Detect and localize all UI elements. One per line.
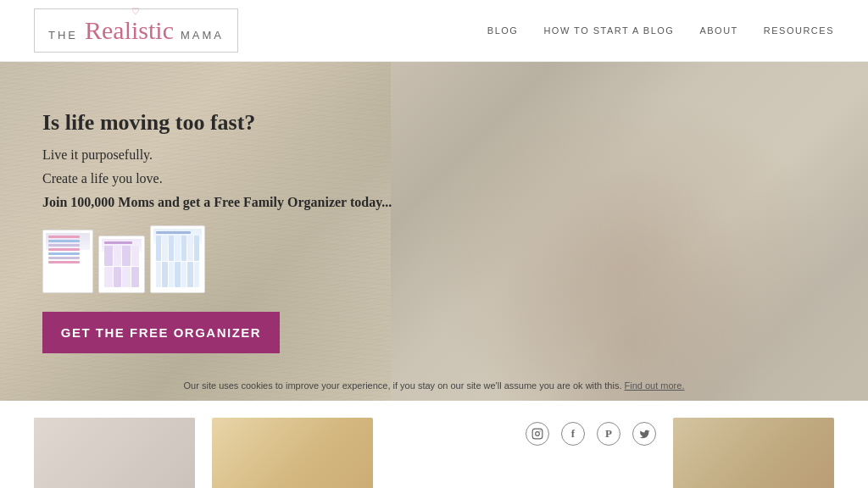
hero-content: Is life moving too fast? Live it purpose…: [0, 85, 434, 379]
pinterest-icon[interactable]: P: [597, 422, 620, 446]
hero-section: Is life moving too fast? Live it purpose…: [0, 62, 868, 401]
site-header: ♡ THE Realistic MAMA BLOG HOW TO START A…: [0, 0, 868, 62]
organizer-sheet-3: [150, 225, 205, 293]
logo-the: THE: [48, 29, 78, 42]
hero-line1: Live it purposefully.: [42, 147, 392, 163]
logo-heart: ♡: [131, 6, 140, 17]
nav-how-to-start-blog[interactable]: HOW TO START A BLOG: [543, 25, 674, 36]
organizer-preview: [42, 225, 392, 293]
svg-point-2: [540, 430, 541, 431]
facebook-icon[interactable]: f: [561, 422, 585, 446]
cookie-link[interactable]: Find out more.: [625, 380, 685, 391]
logo-mama: MAMA: [181, 29, 224, 42]
organizer-sheet-1: [42, 230, 93, 293]
cookie-notice: Our site uses cookies to improve your ex…: [184, 380, 685, 391]
social-icons: f P: [526, 422, 656, 446]
bottom-image-2: [212, 418, 373, 488]
logo-realistic: Realistic: [85, 16, 174, 44]
twitter-icon[interactable]: [632, 422, 656, 446]
logo[interactable]: ♡ THE Realistic MAMA: [34, 8, 238, 53]
get-free-organizer-button[interactable]: GET THE FREE ORGANIZER: [42, 312, 280, 353]
instagram-icon[interactable]: [526, 422, 549, 446]
svg-rect-0: [532, 429, 542, 439]
svg-point-1: [536, 432, 540, 436]
hero-join-text: Join 100,000 Moms and get a Free Family …: [42, 195, 392, 210]
main-nav: BLOG HOW TO START A BLOG ABOUT RESOURCES: [487, 25, 834, 36]
cookie-text: Our site uses cookies to improve your ex…: [184, 380, 622, 391]
hero-heading: Is life moving too fast?: [42, 110, 392, 136]
nav-blog[interactable]: BLOG: [487, 25, 519, 36]
hero-photo-area: [391, 62, 868, 401]
social-icons-area: f P: [526, 418, 656, 454]
nav-about[interactable]: ABOUT: [699, 25, 737, 36]
bottom-image-1: [34, 418, 195, 488]
nav-resources[interactable]: RESOURCES: [764, 25, 834, 36]
bottom-section: f P: [0, 401, 868, 488]
organizer-sheet-2: [98, 236, 145, 293]
hero-line2: Create a life you love.: [42, 171, 392, 186]
bottom-image-3: [673, 418, 834, 488]
